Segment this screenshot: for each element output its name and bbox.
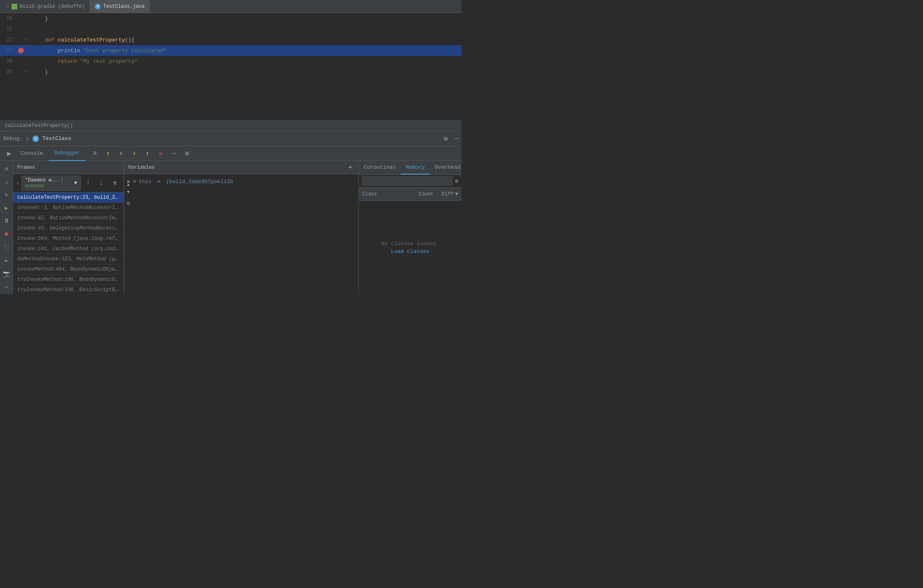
tab-overhead[interactable]: Overhead xyxy=(430,161,462,175)
frame-item-9[interactable]: tryInvokeMethod:130, BasicScript$ScriptD… xyxy=(13,285,124,294)
resume-button[interactable]: → xyxy=(168,148,179,159)
line-content-24: return "My test property" xyxy=(30,58,462,64)
tab-console[interactable]: Console xyxy=(15,146,49,161)
tab-memory[interactable]: Memory xyxy=(401,161,430,175)
debug-section: Debug: ✕ C TestClass ⚙ — ▶ Console Debug… xyxy=(0,131,462,294)
sidebar-icon-rerun[interactable]: ↺ xyxy=(1,163,12,174)
line-content-25: } xyxy=(30,69,462,75)
memory-empty-state: No classes loaded. Load classes xyxy=(359,201,462,294)
right-panel: Coroutines Memory Overhead ⚙ Class Count xyxy=(359,161,462,294)
line-num-20: 20 xyxy=(0,16,16,21)
tab-test-class[interactable]: C TestClass.java xyxy=(90,0,150,13)
frame-item-6[interactable]: doMethodInvoke:323, MetaMethod (groovy.l… xyxy=(13,254,124,264)
check-icon: ✓ xyxy=(16,180,20,186)
code-line-20: 20 } xyxy=(0,13,462,24)
step-over-up-button[interactable]: ⬆ xyxy=(102,148,114,159)
var-expand-arrow[interactable]: ▶ xyxy=(127,178,131,185)
frames-outer: Frames ✓ "Daemon w...: RUNNING ▼ ↑ ↓ ⚗ c… xyxy=(13,161,124,294)
line-content-20: } xyxy=(30,16,462,22)
var-eq: = xyxy=(154,179,163,185)
add-watch-button[interactable]: + xyxy=(346,163,354,172)
load-classes-link[interactable]: Load classes xyxy=(391,248,429,255)
code-line-23: 23 println "test property calculated" xyxy=(0,45,462,56)
app-container: ✕ build.gradle (debuffe) C TestClass.jav… xyxy=(0,0,462,294)
frame-item-7[interactable]: invokeMethod:484, BeanDynamicObject$Meta xyxy=(13,264,124,275)
tab-bar: ✕ build.gradle (debuffe) C TestClass.jav… xyxy=(0,0,462,13)
var-name-this: this xyxy=(139,179,152,185)
left-sidebar: ↺ ⚠ ✎ ▶ ⏸ ■ ⚫ ✒ 📷 ⋯ xyxy=(0,161,13,294)
frame-item-0[interactable]: calculateTestProperty:23, build_3dde3b7p… xyxy=(13,193,124,203)
debug-close-button[interactable]: ✕ xyxy=(26,135,29,142)
daemon-dropdown[interactable]: "Daemon w...: RUNNING ▼ xyxy=(21,176,81,191)
sidebar-icon-breakpoint[interactable]: ⚫ xyxy=(1,241,12,253)
memory-settings-icon[interactable]: ⚙ xyxy=(455,178,458,184)
frame-item-4[interactable]: invoke:564, Method (java.lang.reflect) xyxy=(13,234,124,244)
tab-coroutines[interactable]: Coroutines xyxy=(359,161,401,175)
sidebar-icon-pause[interactable]: ⏸ xyxy=(1,215,12,227)
frames-panel: Frames ✓ "Daemon w...: RUNNING ▼ ↑ ↓ ⚗ c… xyxy=(13,161,124,294)
line-num-24: 24 xyxy=(0,58,16,64)
line-num-23: 23 xyxy=(0,48,16,53)
line-num-21: 21 xyxy=(0,26,16,32)
breadcrumb-text: calculateTestProperty() xyxy=(5,123,73,129)
variables-panel: Variables + ▶ ≡ this = {build_3dde3b7pok… xyxy=(124,161,359,294)
minimize-icon[interactable]: — xyxy=(454,135,458,142)
code-lines: 20 } 21 22 ▾ def calculateTestPropert xyxy=(0,13,462,77)
frame-up-button[interactable]: ↑ xyxy=(83,177,94,189)
frame-down-button[interactable]: ↓ xyxy=(96,177,107,189)
line-content-21 xyxy=(30,26,462,32)
fold-arrow-22[interactable]: ▾ xyxy=(25,37,30,42)
step-into-button[interactable]: ⬇ xyxy=(115,148,127,159)
sidebar-icon-more[interactable]: ⋯ xyxy=(1,281,12,292)
settings-icon[interactable]: ⚙ xyxy=(444,135,448,143)
memory-search-input[interactable] xyxy=(362,177,452,186)
frame-item-2[interactable]: invoke:62, NativeMethodAccessorImpl (jdk… xyxy=(13,213,124,223)
breakpoint-23[interactable] xyxy=(18,48,24,53)
java-icon: C xyxy=(95,4,101,9)
sidebar-icon-camera[interactable]: 📷 xyxy=(1,268,12,279)
sidebar-icon-mute[interactable]: ✒ xyxy=(1,255,12,266)
sidebar-icon-warning[interactable]: ⚠ xyxy=(1,176,12,187)
step-into-my-code-button[interactable]: ⬇ xyxy=(129,148,140,159)
debug-class-icon: C xyxy=(32,136,39,142)
stop-button[interactable]: ✕ xyxy=(155,148,166,159)
line-content-22: def calculateTestProperty(){ xyxy=(30,37,462,43)
gradle-icon xyxy=(11,4,17,9)
debug-bar: Debug: ✕ C TestClass ⚙ — xyxy=(0,131,462,146)
frame-filter-button[interactable]: ⚗ xyxy=(109,177,120,189)
code-line-24: 24 return "My test property" xyxy=(0,56,462,67)
fold-arrow-25[interactable]: ▾ xyxy=(25,69,30,74)
variable-this: ▶ ≡ this = {build_3dde3b7poklilb xyxy=(126,177,356,186)
layout-button[interactable]: ⊞ xyxy=(181,148,193,159)
toolbar-buttons: ≡ ⬆ ⬇ ⬇ ⬆ ✕ → ⊞ xyxy=(89,148,193,159)
sidebar-icon-resume[interactable]: ▶ xyxy=(1,202,12,214)
tab-build-gradle[interactable]: ✕ build.gradle (debuffe) xyxy=(0,0,90,13)
right-tabs: Coroutines Memory Overhead xyxy=(359,161,462,175)
frames-list: calculateTestProperty:23, build_3dde3b7p… xyxy=(13,193,124,294)
variables-header: Variables + xyxy=(124,161,358,174)
sort-icon: ▼ xyxy=(455,191,458,197)
sidebar-icon-edit[interactable]: ✎ xyxy=(1,189,12,200)
sidebar-icon-stop[interactable]: ■ xyxy=(1,228,12,240)
breadcrumb: calculateTestProperty() xyxy=(0,120,462,131)
frame-item-5[interactable]: invoke:101, CachedMethod (org.codehaus.g… xyxy=(13,244,124,254)
step-out-button[interactable]: ⬆ xyxy=(142,148,153,159)
tab-debugger[interactable]: Debugger xyxy=(49,146,86,161)
daemon-select: ✓ "Daemon w...: RUNNING ▼ ↑ ↓ ⚗ xyxy=(13,174,124,193)
code-line-25: 25 ▾ } xyxy=(0,67,462,77)
frame-item-3[interactable]: invoke:43, DelegatingMethodAccessorImpl … xyxy=(13,223,124,234)
code-editor[interactable]: 20 } 21 22 ▾ def calculateTestPropert xyxy=(0,13,462,120)
variables-content: ▶ ≡ this = {build_3dde3b7poklilb xyxy=(124,174,358,294)
col-header-diff[interactable]: Diff ▼ xyxy=(434,191,458,197)
frame-item-1[interactable]: invoke0:-1, NativeMethodAccessorImpl (jd… xyxy=(13,203,124,213)
line-num-22: 22 xyxy=(0,37,16,43)
frame-item-8[interactable]: tryInvokeMethod:196, BeanDynamicObject (… xyxy=(13,275,124,285)
console-icon-button[interactable]: ▶ xyxy=(3,148,15,159)
var-value-this: {build_3dde3b7poklilb xyxy=(166,179,233,185)
frames-header: Frames xyxy=(13,161,124,174)
col-header-count: Count xyxy=(409,191,434,197)
settings-lines-button[interactable]: ≡ xyxy=(89,148,101,159)
debug-tabs: ▶ Console Debugger ≡ ⬆ ⬇ ⬇ ⬆ ✕ → ⊞ xyxy=(0,146,462,161)
tab-close-build-gradle[interactable]: ✕ xyxy=(7,4,9,9)
daemon-label: "Daemon w...: RUNNING xyxy=(25,177,74,189)
